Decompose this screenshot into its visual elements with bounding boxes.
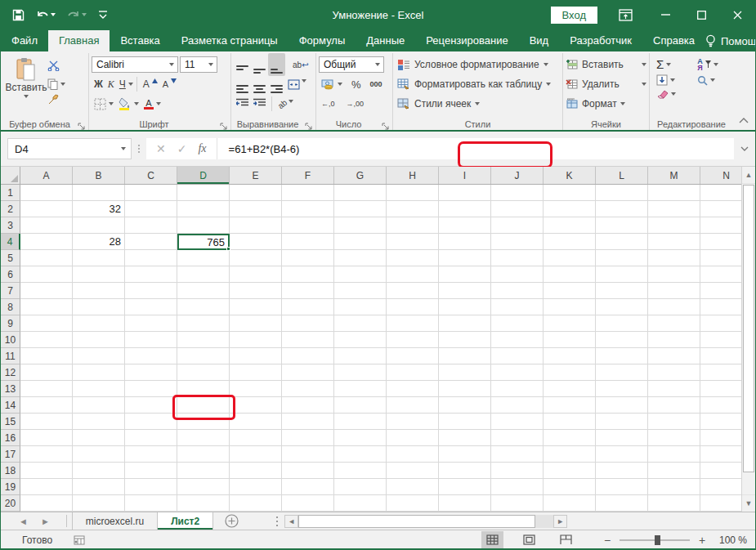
- cell-D5[interactable]: [177, 250, 230, 266]
- cell-N12[interactable]: [700, 364, 743, 381]
- row-header-1[interactable]: 1: [1, 185, 20, 201]
- decrease-decimal-button[interactable]: →,00: [344, 99, 367, 109]
- cell-K5[interactable]: [544, 250, 596, 266]
- cell-L20[interactable]: [596, 495, 648, 512]
- row-header-18[interactable]: 18: [1, 463, 20, 479]
- cell-C6[interactable]: [125, 266, 177, 283]
- cell-J9[interactable]: [491, 315, 544, 332]
- cell-B10[interactable]: [73, 332, 125, 348]
- font-dialog-launcher-icon[interactable]: [219, 119, 228, 128]
- cell-L8[interactable]: [596, 299, 648, 315]
- cell-I10[interactable]: [439, 332, 491, 348]
- cell-G18[interactable]: [334, 463, 387, 479]
- cell-L5[interactable]: [596, 250, 648, 266]
- cell-F5[interactable]: [282, 250, 334, 266]
- clipboard-dialog-launcher-icon[interactable]: [77, 119, 86, 128]
- ribbon-tab-Вид[interactable]: Вид: [519, 30, 560, 51]
- cell-G15[interactable]: [334, 414, 387, 430]
- cell-F6[interactable]: [282, 266, 334, 283]
- cell-C17[interactable]: [125, 446, 177, 463]
- cell-M5[interactable]: [648, 250, 700, 266]
- cell-K10[interactable]: [544, 332, 596, 348]
- cell-A11[interactable]: [20, 348, 73, 364]
- cell-H6[interactable]: [387, 266, 439, 283]
- format-as-table-button[interactable]: Форматировать как таблицу: [396, 74, 560, 94]
- cell-K8[interactable]: [544, 299, 596, 315]
- row-header-7[interactable]: 7: [1, 283, 20, 299]
- vertical-scroll-thumb[interactable]: [743, 185, 754, 472]
- name-box-dropdown-icon[interactable]: [121, 147, 126, 150]
- alignment-dialog-launcher-icon[interactable]: [304, 119, 313, 128]
- cell-D9[interactable]: [177, 315, 230, 332]
- cell-L16[interactable]: [596, 430, 648, 446]
- bold-button[interactable]: Ж: [92, 78, 105, 91]
- decrease-font-size-button[interactable]: А: [160, 78, 179, 91]
- sort-filter-button[interactable]: АЯ: [695, 56, 729, 72]
- align-left-button[interactable]: [234, 73, 251, 96]
- increase-indent-button[interactable]: [251, 94, 268, 114]
- cell-F19[interactable]: [282, 479, 334, 495]
- cell-B1[interactable]: [73, 185, 125, 201]
- cell-H2[interactable]: [387, 201, 439, 217]
- cell-B18[interactable]: [73, 463, 125, 479]
- cell-C13[interactable]: [125, 381, 177, 397]
- cell-G20[interactable]: [334, 495, 387, 512]
- cell-C14[interactable]: [125, 397, 177, 414]
- accounting-format-button[interactable]: [319, 78, 345, 91]
- column-header-C[interactable]: C: [125, 167, 177, 184]
- cell-J18[interactable]: [491, 463, 544, 479]
- formula-bar-expand-icon[interactable]: [734, 138, 755, 159]
- cell-E14[interactable]: [230, 397, 282, 414]
- zoom-out-icon[interactable]: −: [600, 534, 615, 547]
- insert-function-icon[interactable]: fx: [198, 142, 206, 155]
- sheet-next-icon[interactable]: ►: [41, 516, 50, 526]
- cell-E13[interactable]: [230, 381, 282, 397]
- new-sheet-button[interactable]: [213, 512, 250, 530]
- row-header-19[interactable]: 19: [1, 479, 20, 495]
- fill-button[interactable]: [654, 74, 687, 87]
- column-header-F[interactable]: F: [282, 167, 334, 184]
- cell-G4[interactable]: [334, 234, 387, 250]
- horizontal-scroll-thumb[interactable]: [298, 515, 535, 528]
- cell-J11[interactable]: [491, 348, 544, 364]
- cell-J14[interactable]: [491, 397, 544, 414]
- increase-decimal-button[interactable]: ←,0: [319, 99, 338, 109]
- cell-E18[interactable]: [230, 463, 282, 479]
- scroll-left-icon[interactable]: ◄: [284, 515, 298, 528]
- cell-L19[interactable]: [596, 479, 648, 495]
- cell-H3[interactable]: [387, 217, 439, 234]
- column-header-B[interactable]: B: [73, 167, 125, 184]
- cell-E3[interactable]: [230, 217, 282, 234]
- cell-B2[interactable]: 32: [73, 201, 125, 217]
- enter-icon[interactable]: ✓: [177, 142, 187, 155]
- paste-button[interactable]: Вставить: [5, 55, 47, 109]
- cell-M9[interactable]: [648, 315, 700, 332]
- row-header-2[interactable]: 2: [1, 201, 20, 217]
- ribbon-tab-Файл[interactable]: Файл: [1, 30, 48, 51]
- cell-L3[interactable]: [596, 217, 648, 234]
- cell-H13[interactable]: [387, 381, 439, 397]
- cell-M7[interactable]: [648, 283, 700, 299]
- cell-B20[interactable]: [73, 495, 125, 512]
- cell-M20[interactable]: [648, 495, 700, 512]
- delete-cells-button[interactable]: Удалить: [566, 74, 646, 94]
- cell-F1[interactable]: [282, 185, 334, 201]
- name-box[interactable]: D4: [7, 138, 132, 159]
- cell-E7[interactable]: [230, 283, 282, 299]
- cell-B4[interactable]: 28: [73, 234, 125, 250]
- cell-I16[interactable]: [439, 430, 491, 446]
- cell-B3[interactable]: [73, 217, 125, 234]
- cell-J19[interactable]: [491, 479, 544, 495]
- ribbon-tab-Разметка страницы[interactable]: Разметка страницы: [171, 30, 289, 51]
- cell-B11[interactable]: [73, 348, 125, 364]
- row-header-20[interactable]: 20: [1, 495, 20, 512]
- cell-styles-button[interactable]: Стили ячеек: [396, 94, 560, 114]
- cell-G19[interactable]: [334, 479, 387, 495]
- cell-K18[interactable]: [544, 463, 596, 479]
- cell-N8[interactable]: [700, 299, 743, 315]
- cell-I14[interactable]: [439, 397, 491, 414]
- cell-N5[interactable]: [700, 250, 743, 266]
- column-header-D[interactable]: D: [177, 167, 230, 184]
- cell-C19[interactable]: [125, 479, 177, 495]
- cell-A8[interactable]: [20, 299, 73, 315]
